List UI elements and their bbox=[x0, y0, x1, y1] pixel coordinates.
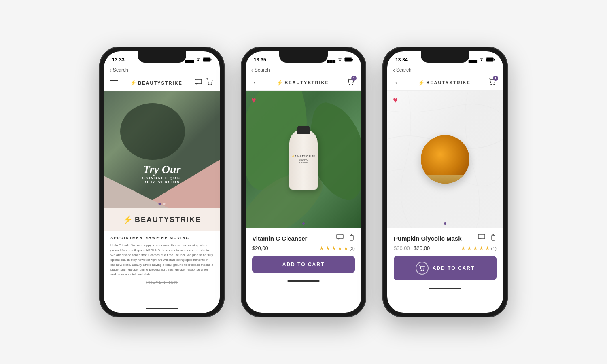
status-icons-3: ▄▄▄ bbox=[469, 57, 495, 63]
wifi-icon-2 bbox=[337, 57, 343, 62]
phones-container: 13:33 ▄▄▄ ‹ Search bbox=[91, 38, 516, 326]
svg-rect-14 bbox=[494, 59, 495, 60]
svg-point-5 bbox=[211, 84, 212, 85]
product-title-2: Vitamin C Cleanser bbox=[252, 235, 307, 242]
hero-dot-2 bbox=[163, 203, 166, 205]
hero-text: Try Our SKINCARE QUIZ BETA VERSION bbox=[142, 163, 181, 184]
product-title-row-3: Pumpkin Glycolic Mask bbox=[394, 234, 497, 243]
add-to-cart-button-2[interactable]: ADD TO CART bbox=[252, 256, 355, 273]
add-to-cart-label-3: ADD TO CART bbox=[433, 265, 475, 271]
product-tube: ⚡BEAUTYSTRIKE Vitamin C Cleanser bbox=[289, 129, 318, 190]
back-button-2[interactable]: ← bbox=[252, 78, 259, 87]
share-icon-2[interactable] bbox=[348, 234, 355, 243]
back-nav-2[interactable]: ‹ Search bbox=[246, 66, 361, 75]
hero-beta-version: BETA VERSION bbox=[142, 180, 181, 184]
chat-icon-1[interactable] bbox=[195, 79, 202, 87]
comment-icon-2[interactable] bbox=[336, 234, 344, 243]
wifi-icon-3 bbox=[479, 57, 484, 62]
time-1: 13:33 bbox=[112, 57, 125, 63]
hamburger-menu[interactable] bbox=[110, 80, 118, 85]
cart-icon-1[interactable] bbox=[206, 78, 213, 87]
svg-point-10 bbox=[352, 84, 353, 85]
brand-text-large: BEAUTYSTRIKE bbox=[135, 216, 201, 224]
battery-icon bbox=[203, 57, 212, 63]
bolt-icon-2: ⚡ bbox=[276, 80, 284, 86]
cart-badge-container-2[interactable]: 1 bbox=[346, 77, 355, 88]
svg-rect-1 bbox=[211, 59, 212, 60]
back-arrow-icon-1: ‹ bbox=[110, 67, 112, 73]
bolt-icon-1: ⚡ bbox=[130, 80, 137, 86]
battery-icon-3 bbox=[486, 57, 495, 63]
cart-badge-container-3[interactable]: 1 bbox=[488, 77, 497, 88]
star-1-3: ★ bbox=[461, 245, 466, 251]
cart-in-circle-icon bbox=[419, 265, 425, 271]
svg-rect-18 bbox=[478, 234, 485, 239]
notch-2 bbox=[279, 51, 328, 63]
appointments-title: APPOINTMENTS+WE'RE MOVING bbox=[110, 236, 213, 240]
star-5-3: ★ bbox=[485, 245, 490, 251]
cart-circle-icon bbox=[416, 262, 429, 275]
svg-rect-2 bbox=[203, 58, 210, 61]
product-nav-3: ← ⚡ BEAUTYSTRIKE 1 bbox=[387, 75, 503, 91]
tube-cap bbox=[297, 126, 310, 134]
comment-icon-3[interactable] bbox=[478, 234, 485, 243]
back-nav-3[interactable]: ‹ Search bbox=[387, 66, 503, 75]
product-dot-2-1 bbox=[302, 222, 305, 225]
svg-rect-12 bbox=[350, 235, 353, 240]
product-img-pumpkin bbox=[387, 91, 503, 228]
back-label-2: Search bbox=[255, 67, 270, 73]
hero-dot-1 bbox=[159, 203, 161, 205]
nav-icons-right-1 bbox=[195, 78, 213, 87]
share-icon-3[interactable] bbox=[490, 234, 497, 243]
back-button-3[interactable]: ← bbox=[394, 78, 401, 87]
brand-logo-3: ⚡ BEAUTYSTRIKE bbox=[418, 80, 471, 86]
product-image-2: ⚡BEAUTYSTRIKE Vitamin C Cleanser ♥ bbox=[246, 91, 361, 228]
svg-point-20 bbox=[420, 270, 422, 271]
hero-circle bbox=[120, 103, 185, 160]
back-label-3: Search bbox=[396, 67, 412, 73]
brand-name-large-1: ⚡ BEAUTYSTRIKE bbox=[110, 215, 213, 224]
bolt-icon-3: ⚡ bbox=[418, 80, 425, 86]
svg-rect-7 bbox=[352, 59, 353, 60]
bottom-bar-1 bbox=[104, 305, 220, 313]
notch-1 bbox=[138, 51, 186, 63]
tube-label: ⚡BEAUTYSTRIKE Vitamin C Cleanser bbox=[290, 153, 317, 166]
appointments-text: Hello Friends! We are happy to announce … bbox=[110, 243, 213, 277]
status-icons-2: ▄▄▄ bbox=[327, 57, 353, 63]
heart-icon-3[interactable]: ♥ bbox=[393, 95, 398, 105]
hero-dots bbox=[159, 203, 166, 205]
product-price-2: $20,00 bbox=[252, 245, 268, 251]
bottom-bar-2 bbox=[246, 277, 361, 285]
star-3-2: ★ bbox=[331, 245, 336, 251]
svg-rect-8 bbox=[345, 58, 352, 61]
phone-3-screen: 13:34 ▄▄▄ ‹ Search ← bbox=[387, 51, 503, 313]
add-to-cart-button-3[interactable]: ADD TO CART bbox=[394, 256, 497, 280]
top-nav-1: ⚡ BEAUTYSTRIKE bbox=[104, 75, 220, 91]
hero-section-1: Try Our SKINCARE QUIZ BETA VERSION bbox=[104, 91, 220, 208]
star-1-2: ★ bbox=[319, 245, 324, 251]
star-4-2: ★ bbox=[337, 245, 342, 251]
phone-2-screen: 13:35 ▄▄▄ ‹ Search ← bbox=[246, 51, 361, 313]
back-nav-1[interactable]: ‹ Search bbox=[104, 66, 220, 75]
brand-section-1: ⚡ BEAUTYSTRIKE bbox=[104, 208, 220, 231]
svg-point-21 bbox=[422, 270, 424, 271]
back-arrow-icon-3: ‹ bbox=[393, 67, 395, 73]
star-2-3: ★ bbox=[467, 245, 472, 251]
jar-lid bbox=[421, 175, 469, 184]
product-price-row-3: $30,00 $20,00 ★ ★ ★ ★ ★ (1) bbox=[394, 245, 497, 251]
star-4-3: ★ bbox=[479, 245, 484, 251]
svg-rect-3 bbox=[195, 79, 202, 84]
star-2-2: ★ bbox=[325, 245, 330, 251]
reviews-count-2: (3) bbox=[350, 246, 355, 251]
svg-rect-15 bbox=[486, 58, 493, 61]
svg-point-16 bbox=[490, 84, 492, 85]
product-title-3: Pumpkin Glycolic Mask bbox=[394, 235, 462, 242]
svg-point-17 bbox=[493, 84, 495, 85]
star-5-2: ★ bbox=[344, 245, 348, 251]
wifi-icon bbox=[195, 57, 201, 62]
prevention-label: PREVENTION bbox=[110, 277, 213, 288]
add-to-cart-label-2: ADD TO CART bbox=[282, 262, 325, 267]
heart-icon-2[interactable]: ♥ bbox=[251, 95, 256, 105]
phone-1: 13:33 ▄▄▄ ‹ Search bbox=[99, 47, 225, 317]
svg-point-4 bbox=[208, 84, 210, 85]
